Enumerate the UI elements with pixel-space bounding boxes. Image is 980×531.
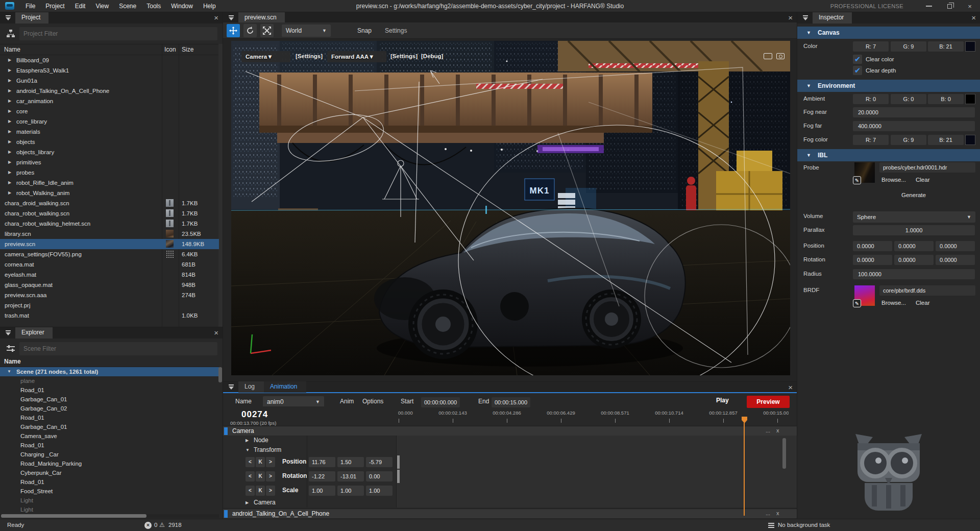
expand-arrow-icon[interactable]: ▶ (8, 86, 11, 96)
track-options-icon[interactable]: ... (766, 510, 770, 516)
pipeline-select[interactable]: Forward AAA ▼ (327, 51, 386, 62)
ambient-swatch[interactable] (965, 94, 975, 104)
panel-filter-icon[interactable] (5, 330, 11, 335)
track-scrollbar[interactable] (782, 438, 786, 469)
scale-tool-button[interactable] (260, 24, 274, 37)
ibl-rotation-y[interactable]: 0.0000 (894, 255, 934, 265)
warning-icon[interactable]: ⚠ (159, 521, 165, 528)
menu-item[interactable]: Window (166, 0, 198, 12)
channel-x-field[interactable]: -1.22 (309, 471, 335, 481)
project-close-icon[interactable]: × (214, 13, 218, 23)
fog-r-field[interactable]: R: 7 (853, 135, 889, 145)
project-row[interactable]: chara_robot_walking.scn 1.7KB (0, 208, 219, 219)
tab-log[interactable]: Log (238, 381, 264, 393)
transform-subtrack[interactable]: ▼ Transform (223, 445, 797, 455)
channel-y-field[interactable]: 1.00 (337, 486, 364, 496)
next-key-button[interactable]: > (266, 457, 275, 467)
track-close-icon[interactable]: x (776, 427, 779, 433)
expand-arrow-icon[interactable]: ▼ (7, 367, 11, 376)
project-row[interactable]: ▶ objects (0, 137, 219, 147)
prev-key-button[interactable]: < (246, 486, 255, 496)
section-canvas[interactable]: ▼ Canvas (797, 27, 980, 39)
probe-clear-button[interactable]: Clear (916, 177, 929, 183)
end-time-field[interactable]: 00:00:15.000 (492, 397, 530, 407)
fog-near-field[interactable]: 20.0000 (853, 107, 975, 117)
project-row[interactable]: ▶ core (0, 106, 219, 116)
scene-node-row[interactable]: Garbage_Can_01 (0, 395, 219, 404)
inspector-close-icon[interactable]: × (971, 13, 976, 23)
scene-node-row[interactable]: Food_Street (0, 487, 219, 496)
camera-settings-button[interactable]: [Settings] (296, 53, 323, 59)
set-key-button[interactable]: K (256, 486, 265, 496)
expand-arrow-icon[interactable]: ▶ (8, 178, 11, 188)
project-scrollbar[interactable] (218, 44, 223, 327)
debug-button[interactable]: [Debug] (421, 53, 443, 59)
channel-z-field[interactable]: 0.00 (366, 471, 393, 481)
probe-browse-button[interactable]: Browse... (881, 177, 906, 183)
tab-project[interactable]: Project (15, 12, 48, 23)
ibl-rotation-x[interactable]: 0.0000 (853, 255, 892, 265)
expand-arrow-icon[interactable]: ▶ (8, 167, 11, 178)
error-count-icon[interactable]: × (144, 522, 152, 529)
project-row[interactable]: preview.scn.aaa 274B (0, 290, 219, 300)
scene-node-row[interactable]: Road_01 (0, 413, 219, 422)
brdf-thumbnail[interactable]: ✎ (854, 285, 875, 306)
fog-swatch[interactable] (965, 135, 975, 145)
scene-node-row[interactable]: Road_01 (0, 385, 219, 395)
expand-arrow-icon[interactable]: ▶ (8, 127, 11, 137)
channel-z-field[interactable]: -5.79 (366, 457, 393, 467)
expand-arrow-icon[interactable]: ▶ (8, 116, 11, 127)
menu-item[interactable]: View (90, 0, 114, 12)
expand-arrow-icon[interactable]: ▶ (8, 106, 11, 116)
expand-arrow-icon[interactable]: ▶ (8, 76, 11, 86)
expand-arrow-icon[interactable]: ▶ (8, 96, 11, 106)
section-ibl[interactable]: ▼ IBL (797, 149, 980, 161)
parallax-field[interactable]: 1.0000 (853, 225, 975, 235)
node-subtrack[interactable]: ▶ Node (223, 436, 797, 445)
project-row[interactable]: ▶ probes (0, 167, 219, 178)
scene-node-row[interactable]: Road_Marking_Parking (0, 459, 219, 468)
anim-select[interactable]: anim0 ▼ (263, 396, 324, 407)
project-row[interactable]: camera_settings(FOV55).png 6.4KB (0, 249, 219, 259)
project-row[interactable]: preview.scn 148.9KB (0, 239, 219, 249)
project-row[interactable]: project.prj (0, 300, 219, 310)
set-key-button[interactable]: K (256, 471, 265, 481)
close-button[interactable]: × (960, 0, 980, 12)
clear-depth-checkbox[interactable]: ✔ (853, 66, 862, 75)
probe-thumbnail[interactable]: ✎ (854, 162, 875, 183)
volume-select[interactable]: Sphere ▼ (853, 211, 975, 223)
edit-icon[interactable]: ✎ (853, 176, 861, 184)
channel-z-field[interactable]: 1.00 (366, 486, 393, 496)
color-g-field[interactable]: G: 9 (891, 41, 926, 52)
project-row[interactable]: ▶ materials (0, 127, 219, 137)
tab-preview-scn[interactable]: preview.scn (238, 12, 285, 23)
move-tool-button[interactable] (227, 24, 240, 37)
camera-select[interactable]: Camera ▼ (241, 51, 290, 62)
scene-node-row[interactable]: Cyberpunk_Car (0, 468, 219, 477)
snap-button[interactable]: Snap (357, 27, 372, 34)
channel-x-field[interactable]: 11.76 (309, 457, 335, 467)
render-output-icon[interactable] (764, 53, 772, 59)
menu-item[interactable]: Help (198, 0, 221, 12)
menu-item[interactable]: Scene (114, 0, 141, 12)
project-row[interactable]: ▶ Gun01a (0, 76, 219, 86)
brdf-browse-button[interactable]: Browse... (881, 300, 906, 306)
project-filter-input[interactable] (19, 27, 217, 40)
project-row[interactable]: ▶ Billboard_09 (0, 55, 219, 65)
expand-arrow-icon[interactable]: ▼ (246, 445, 250, 455)
transform-space-select[interactable]: World ▼ (282, 25, 331, 37)
project-row[interactable]: library.scn 23.5KB (0, 229, 219, 239)
expand-arrow-icon[interactable]: ▶ (8, 65, 11, 76)
expand-arrow-icon[interactable]: ▶ (246, 498, 249, 508)
column-name[interactable]: Name (4, 46, 20, 53)
project-row[interactable]: ▶ core_library (0, 116, 219, 127)
scene-node-row[interactable]: Light (0, 496, 219, 505)
next-key-button[interactable]: > (266, 471, 275, 481)
next-key-button[interactable]: > (266, 486, 275, 496)
menu-item[interactable]: Tools (141, 0, 166, 12)
project-row[interactable]: ▶ objects_library (0, 147, 219, 157)
animation-close-icon[interactable]: × (788, 382, 793, 393)
project-row[interactable]: chara_robot_walking_helmet.scn 1.7KB (0, 219, 219, 229)
edit-icon[interactable]: ✎ (853, 299, 861, 307)
color-swatch[interactable] (965, 41, 975, 52)
